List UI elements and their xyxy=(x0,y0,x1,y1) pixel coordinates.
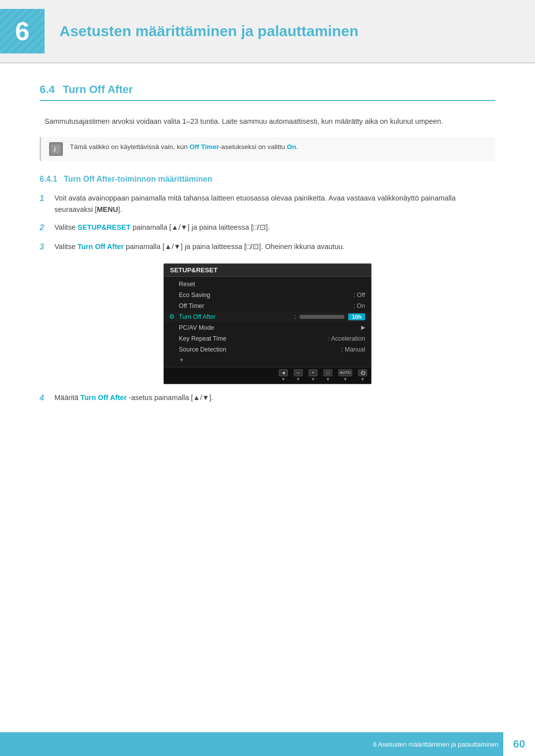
osd-item-turnoffafter-value: : 10h xyxy=(294,313,365,320)
steps-list: 1 Voit avata avainoppaan painamalla mitä… xyxy=(40,193,495,253)
osd-slider-row: : 10h xyxy=(294,313,365,320)
step-3-num: 3 xyxy=(40,241,49,253)
osd-btn-enter-label: ▼ xyxy=(326,377,330,382)
step-1-num: 1 xyxy=(40,193,49,205)
osd-btn-plus-icon: + xyxy=(309,369,318,376)
osd-btn-power: ⏻ ▼ xyxy=(358,369,367,382)
osd-screenshot: SETUP&RESET Reset Eco Saving : Off Off T… xyxy=(163,263,372,384)
osd-item-pcav: PC/AV Mode ▶ xyxy=(164,322,371,333)
main-content: 6.4 Turn Off After Sammutusajastimen arv… xyxy=(0,63,535,464)
step-2-bold: SETUP&RESET xyxy=(77,223,130,231)
step-3-bold: Turn Off After xyxy=(77,243,123,251)
step-2: 2 Valitse SETUP&RESET painamalla [▲/▼] j… xyxy=(40,222,495,234)
subsection-number: 6.4.1 xyxy=(40,175,57,183)
osd-item-turnoffafter: ⚙ Turn Off After : 10h xyxy=(164,311,371,322)
step-2-text: Valitse SETUP&RESET painamalla [▲/▼] ja … xyxy=(54,222,495,233)
note-icon: i xyxy=(49,142,63,156)
step-4-num: 4 xyxy=(40,392,49,404)
osd-item-keyrepeat-name: Key Repeat Time xyxy=(179,335,323,342)
osd-item-eco-name: Eco Saving xyxy=(179,292,349,299)
note-prefix: Tämä valikko on käytettävissä vain, kun xyxy=(70,143,190,151)
step-2-num: 2 xyxy=(40,222,49,234)
osd-btn-minus-icon: ─ xyxy=(294,369,303,376)
step-1-text: Voit avata avainoppaan painamalla mitä t… xyxy=(54,193,495,215)
note-box: i Tämä valikko on käytettävissä vain, ku… xyxy=(40,137,495,161)
osd-value-badge: 10h xyxy=(348,313,365,320)
subsection-heading: 6.4.1 Turn Off After-toiminnon määrittäm… xyxy=(40,175,495,184)
osd-btn-minus-label: ▼ xyxy=(296,377,301,382)
osd-gear-icon: ⚙ xyxy=(169,313,175,320)
osd-item-reset-name: Reset xyxy=(179,281,365,288)
note-suffix: . xyxy=(296,143,298,151)
osd-btn-auto-label: ▼ xyxy=(343,377,348,382)
step-1-bold: MENU xyxy=(97,205,118,213)
step-4-bold: Turn Off After xyxy=(80,394,126,402)
osd-item-sourcedetect-value: : Manual xyxy=(341,346,365,353)
osd-btn-plus-label: ▼ xyxy=(311,377,316,382)
footer-chapter-text: 6 Asetusten määrittäminen ja palauttamin… xyxy=(373,741,503,748)
osd-btn-plus: + ▼ xyxy=(309,369,318,382)
step-4: 4 Määritä Turn Off After -asetus painama… xyxy=(40,392,495,404)
osd-item-pcav-name: PC/AV Mode xyxy=(179,324,359,331)
osd-item-eco: Eco Saving : Off xyxy=(164,290,371,301)
osd-item-offtimer-name: Off Timer xyxy=(179,302,348,309)
osd-item-offtimer-value: : On xyxy=(353,302,365,309)
osd-title-bar: SETUP&RESET xyxy=(164,264,371,277)
body-paragraph: Sammutusajastimen arvoksi voidaan valita… xyxy=(40,116,495,127)
osd-item-keyrepeat: Key Repeat Time : Acceleration xyxy=(164,333,371,344)
osd-btn-power-label: ▼ xyxy=(361,377,365,382)
steps-list-4: 4 Määritä Turn Off After -asetus painama… xyxy=(40,392,495,404)
chapter-header: 6 Asetusten määrittäminen ja palauttamin… xyxy=(0,0,535,63)
osd-btn-enter-icon: □ xyxy=(323,369,332,376)
osd-btn-enter: □ ▼ xyxy=(323,369,332,382)
step-3-text: Valitse Turn Off After painamalla [▲/▼] … xyxy=(54,241,495,252)
osd-item-sourcedetect: Source Detection : Manual xyxy=(164,344,371,355)
osd-menu-items: Reset Eco Saving : Off Off Timer : On ⚙ … xyxy=(164,277,371,367)
osd-slider xyxy=(300,315,344,319)
chapter-number-box: 6 xyxy=(0,9,45,53)
note-highlight2: On xyxy=(287,143,296,151)
osd-btn-left-label: ▼ xyxy=(281,377,286,382)
osd-btn-left: ◄ ▼ xyxy=(279,369,288,382)
subsection-title: Turn Off After-toiminnon määrittäminen xyxy=(64,175,213,183)
osd-btn-power-icon: ⏻ xyxy=(358,369,367,376)
note-highlight1: Off Timer xyxy=(190,143,219,151)
section-title: Turn Off After xyxy=(63,83,133,96)
osd-bottom-bar: ◄ ▼ ─ ▼ + ▼ □ ▼ AUTO ▼ ⏻ ▼ xyxy=(164,367,371,384)
osd-btn-auto: AUTO ▼ xyxy=(338,369,352,382)
osd-item-more: ▼ xyxy=(164,355,371,365)
osd-item-offtimer: Off Timer : On xyxy=(164,301,371,311)
footer-page-number: 60 xyxy=(503,732,535,756)
chapter-title: Asetusten määrittäminen ja palauttaminen xyxy=(59,23,359,40)
step-3: 3 Valitse Turn Off After painamalla [▲/▼… xyxy=(40,241,495,253)
svg-rect-0 xyxy=(52,145,60,153)
section-number: 6.4 xyxy=(40,83,55,96)
osd-btn-minus: ─ ▼ xyxy=(294,369,303,382)
osd-item-eco-value: : Off xyxy=(354,292,365,299)
osd-btn-auto-icon: AUTO xyxy=(338,369,352,376)
osd-item-turnoffafter-name: Turn Off After xyxy=(179,313,289,320)
chapter-number: 6 xyxy=(15,16,30,46)
step-4-text: Määritä Turn Off After -asetus painamall… xyxy=(54,392,495,403)
section-heading: 6.4 Turn Off After xyxy=(40,83,495,101)
osd-btn-left-icon: ◄ xyxy=(279,369,288,376)
step-1: 1 Voit avata avainoppaan painamalla mitä… xyxy=(40,193,495,215)
note-text: Tämä valikko on käytettävissä vain, kun … xyxy=(70,142,298,152)
osd-pcav-arrow: ▶ xyxy=(361,324,365,331)
page-footer: 6 Asetusten määrittäminen ja palauttamin… xyxy=(0,732,535,756)
osd-item-sourcedetect-name: Source Detection xyxy=(179,346,336,353)
osd-item-reset: Reset xyxy=(164,279,371,290)
note-mid: -asetukseksi on valittu xyxy=(219,143,287,151)
osd-item-keyrepeat-value: : Acceleration xyxy=(328,335,365,342)
